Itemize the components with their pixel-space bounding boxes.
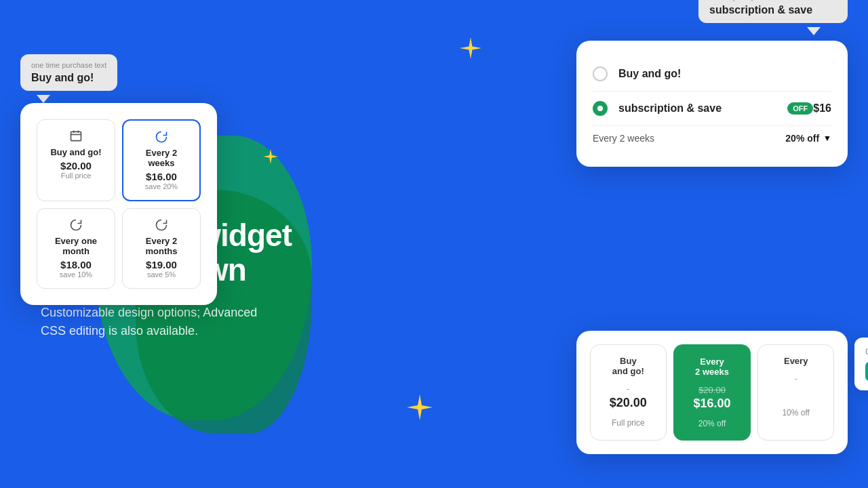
color-swatch[interactable]: [865, 362, 868, 381]
color-picker-label: Color: [865, 347, 868, 357]
star-decoration-3: [407, 394, 433, 420]
w3-old-price-0: [599, 384, 658, 394]
w3-price-0: $20.00: [599, 396, 658, 410]
purchase-item-every-2-weeks[interactable]: Every 2 weeks $16.00 save 20%: [122, 119, 201, 201]
w3-price-2: [766, 386, 825, 400]
w3-discount-1: 20% off: [683, 419, 742, 428]
purchase-price-3: $19.00: [131, 259, 192, 270]
w3-price-1: $16.00: [683, 396, 742, 411]
purchase-item-buy-and-go[interactable]: Buy and go! $20.00 Full price: [37, 119, 115, 201]
purchase-item-every-2-months[interactable]: Every 2 months $19.00 save 5%: [122, 208, 201, 289]
dropdown-arrow-icon[interactable]: ▼: [823, 134, 831, 143]
w3-title-1: Every2 weeks: [683, 357, 742, 377]
color-picker-row[interactable]: #02AA7D: [865, 362, 868, 381]
svg-rect-1: [71, 131, 81, 140]
widget2-row-sub[interactable]: subscription & save OFF $16: [593, 92, 831, 126]
w3-title-2: Every: [766, 356, 825, 366]
radio-buy-and-go[interactable]: [593, 66, 608, 81]
radio-sub-save[interactable]: [593, 101, 608, 116]
purchase-icon-0: [45, 129, 106, 143]
tooltip-one-time-label: one time purchase text: [31, 61, 106, 69]
tooltip-subscription-container: subscription purchase text subscription …: [698, 0, 848, 35]
off-badge: OFF: [787, 102, 813, 115]
star-decoration-1: [460, 37, 481, 59]
purchase-title-3: Every 2 months: [131, 236, 192, 256]
widget1-card: Buy and go! $20.00 Full price Every 2 we…: [20, 103, 217, 305]
widget2-card: Buy and go! subscription & save OFF $16 …: [576, 41, 848, 167]
frequency-row[interactable]: Every 2 weeks 20% off ▼: [593, 126, 831, 150]
purchase-title-1: Every 2 weeks: [132, 148, 191, 168]
widget3-container: Buyand go! $20.00 Full price Every2 week…: [576, 331, 848, 454]
purchase-price-0: $20.00: [45, 160, 106, 171]
w3-discount-2: 10% off: [766, 408, 825, 418]
purchase-title-0: Buy and go!: [45, 147, 106, 157]
purchase-icon-1: [132, 130, 191, 144]
purchase-price-1: $16.00: [132, 171, 191, 182]
w3-item-every-2-weeks[interactable]: Every2 weeks $20.00 $16.00 20% off: [673, 344, 751, 441]
tooltip-tail-1: [37, 95, 50, 103]
w3-title-0: Buyand go!: [599, 356, 658, 376]
purchase-sub-2: save 10%: [45, 270, 106, 279]
purchase-title-2: Every one month: [45, 236, 106, 256]
w3-discount-0: Full price: [599, 418, 658, 428]
widget3-card: Buyand go! $20.00 Full price Every2 week…: [576, 331, 848, 454]
tooltip-tail-2: [807, 27, 821, 35]
widget1-container: one time purchase text Buy and go! Buy a…: [20, 54, 217, 305]
purchase-icon-2: [45, 218, 106, 232]
row-label-buy: Buy and go!: [618, 68, 831, 80]
purchase-icon-3: [131, 218, 192, 232]
purchase-sub-1: save 20%: [132, 182, 191, 190]
tooltip-one-time: one time purchase text Buy and go!: [20, 54, 117, 91]
color-picker-tooltip: Color #02AA7D: [854, 338, 868, 390]
w3-item-buy-and-go[interactable]: Buyand go! $20.00 Full price: [590, 344, 667, 441]
w3-item-every[interactable]: Every 10% off: [757, 344, 834, 441]
tooltip-subscription: subscription purchase text subscription …: [698, 0, 848, 23]
tooltip-one-time-value: Buy and go!: [31, 72, 106, 84]
freq-label: Every 2 weeks: [593, 133, 785, 144]
purchase-price-2: $18.00: [45, 259, 106, 270]
w3-old-price-2: [766, 374, 825, 384]
widget2-container: subscription purchase text subscription …: [576, 41, 848, 167]
tooltip-sub-label: subscription purchase text: [709, 0, 837, 1]
purchase-sub-0: Full price: [45, 171, 106, 180]
purchase-item-every-one-month[interactable]: Every one month $18.00 save 10%: [37, 208, 115, 289]
purchase-sub-3: save 5%: [131, 270, 192, 279]
row-price-sub: $16: [813, 102, 831, 115]
widget2-row-buy[interactable]: Buy and go!: [593, 57, 831, 92]
row-label-sub: subscription & save: [618, 102, 782, 115]
freq-discount: 20% off: [785, 133, 819, 144]
w3-old-price-1: $20.00: [683, 385, 742, 395]
purchase-grid: Buy and go! $20.00 Full price Every 2 we…: [37, 119, 201, 289]
widget3-grid: Buyand go! $20.00 Full price Every2 week…: [590, 344, 834, 441]
page-subtext: Customizable design options; Advanced CS…: [41, 304, 285, 340]
tooltip-sub-value: subscription & save: [709, 4, 837, 16]
